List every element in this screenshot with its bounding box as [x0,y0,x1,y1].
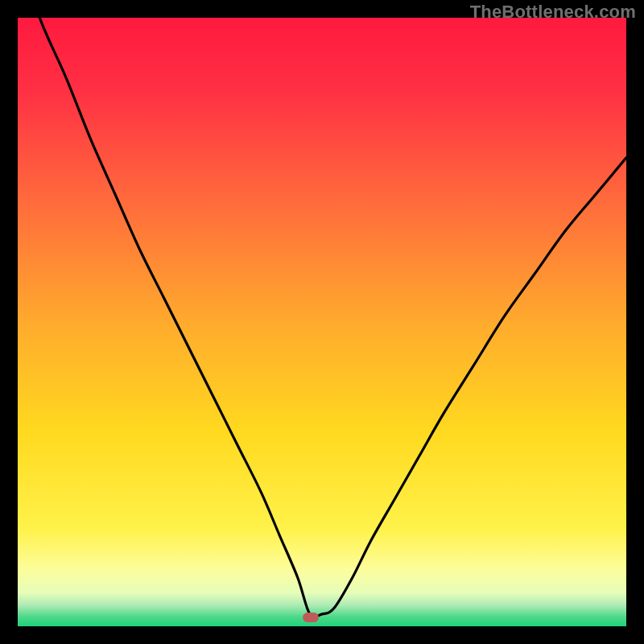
bottleneck-curve [18,18,626,626]
watermark-text: TheBottleneck.com [470,2,636,23]
optimal-marker [303,613,319,622]
plot-area [18,18,626,626]
chart-frame: TheBottleneck.com [0,0,644,644]
